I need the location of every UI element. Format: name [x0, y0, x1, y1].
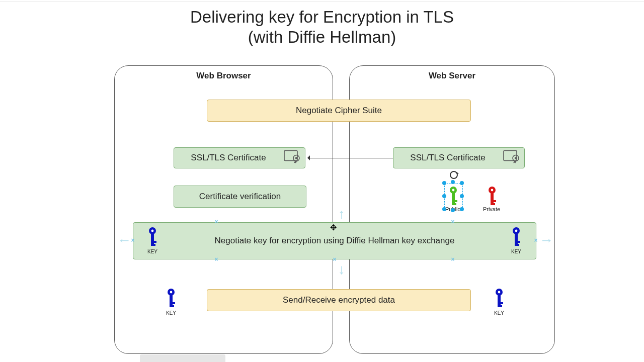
- private-key-icon: [486, 186, 499, 208]
- cipher-step-label: Negotiate Cipher Suite: [296, 106, 382, 116]
- move-cursor-icon: ✥: [330, 223, 337, 232]
- final-key-right-icon: [493, 288, 506, 310]
- resize-arrow-left-icon[interactable]: ←: [117, 232, 131, 248]
- dh-key-left-label: KEY: [142, 249, 163, 254]
- selection-handle[interactable]: [451, 180, 455, 184]
- top-separator: [0, 2, 644, 2]
- title-line-1: Delivering key for Encryption in TLS: [190, 8, 454, 26]
- anchor-x-icon: ×: [130, 238, 135, 243]
- svg-rect-20: [153, 244, 155, 246]
- anchor-x-icon: ×: [450, 219, 455, 224]
- selection-handle[interactable]: [460, 181, 464, 185]
- svg-rect-15: [493, 203, 495, 205]
- client-header: Web Browser: [115, 71, 333, 81]
- svg-rect-29: [172, 302, 175, 304]
- dh-step-label: Negotiate key for encryption using Diffi…: [215, 236, 455, 246]
- private-key-label: Private: [481, 206, 502, 212]
- svg-point-17: [151, 230, 154, 232]
- svg-rect-25: [517, 244, 519, 246]
- cert-client-label: SSL/TLS Certificate: [191, 153, 266, 163]
- final-key-right-label: KEY: [489, 310, 509, 316]
- svg-point-32: [498, 291, 501, 294]
- data-step[interactable]: Send/Receive encrypted data: [207, 289, 471, 311]
- selection-handle[interactable]: [442, 181, 446, 185]
- svg-rect-24: [517, 241, 520, 243]
- cert-arrow-head: [305, 155, 310, 160]
- final-key-left-label: KEY: [161, 310, 181, 316]
- cert-arrow: [309, 158, 393, 158]
- server-header: Web Server: [350, 71, 554, 81]
- page-title: Delivering key for Encryption in TLS (wi…: [0, 7, 644, 47]
- verify-step[interactable]: Certificate verification: [174, 186, 306, 208]
- resize-arrow-right-icon[interactable]: →: [539, 232, 553, 248]
- verify-step-label: Certificate verification: [199, 192, 281, 202]
- selection-handle[interactable]: [442, 207, 446, 211]
- svg-rect-30: [172, 305, 174, 307]
- svg-point-2: [295, 157, 297, 159]
- anchor-x-icon: ×: [214, 219, 219, 224]
- anchor-x-icon: ×: [332, 257, 337, 262]
- svg-point-27: [170, 291, 173, 294]
- dh-key-right-icon: [510, 226, 523, 248]
- selection-handle[interactable]: [460, 207, 464, 211]
- cipher-step[interactable]: Negotiate Cipher Suite: [207, 100, 471, 122]
- cert-server-label: SSL/TLS Certificate: [410, 153, 485, 163]
- certificate-icon: [284, 150, 301, 166]
- selection-handle[interactable]: [451, 208, 455, 212]
- svg-point-22: [515, 230, 518, 232]
- resize-arrow-up-icon[interactable]: ↑: [338, 206, 345, 222]
- data-step-label: Send/Receive encrypted data: [283, 295, 395, 305]
- dh-key-right-label: KEY: [506, 249, 526, 254]
- dh-key-left-icon: [146, 226, 159, 248]
- anchor-x-icon: ×: [533, 238, 538, 243]
- rotate-handle-icon[interactable]: [450, 171, 458, 179]
- anchor-x-icon: ×: [450, 257, 455, 262]
- svg-point-12: [491, 189, 494, 192]
- bottom-toolbar[interactable]: [140, 354, 225, 362]
- final-key-left-icon: [165, 288, 178, 310]
- selection-handle[interactable]: [460, 194, 464, 198]
- svg-point-5: [515, 157, 517, 159]
- certificate-icon: [503, 150, 520, 166]
- resize-arrow-down-icon[interactable]: ↓: [338, 261, 345, 278]
- svg-rect-34: [500, 302, 503, 304]
- svg-rect-19: [153, 241, 156, 243]
- anchor-x-icon: ×: [214, 257, 219, 262]
- cert-server-step[interactable]: SSL/TLS Certificate: [393, 147, 525, 168]
- svg-rect-14: [493, 200, 496, 202]
- title-line-2: (with Diffie Hellman): [248, 28, 396, 46]
- cert-client-step[interactable]: SSL/TLS Certificate: [174, 147, 305, 168]
- selection-handle[interactable]: [442, 194, 446, 198]
- svg-rect-35: [500, 305, 502, 307]
